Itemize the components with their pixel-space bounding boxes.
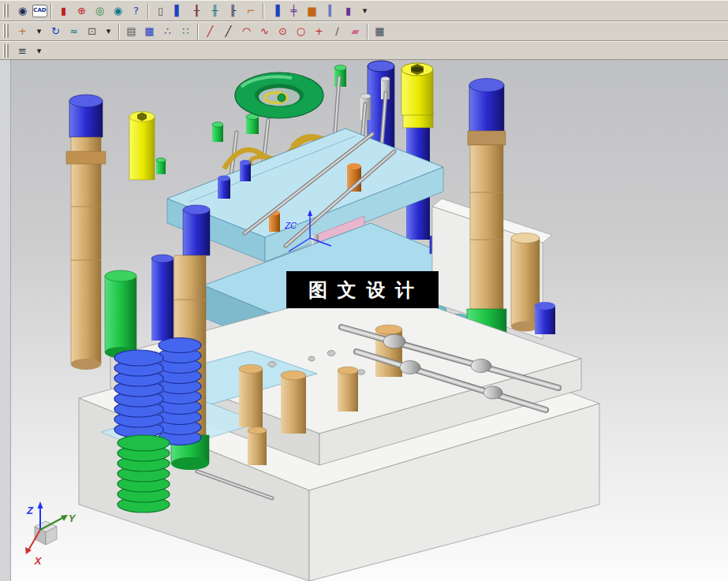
arc-icon[interactable]: ◠ — [238, 23, 255, 39]
toolbar-row-2: + ▾ ↻ ≈ ⊡ ▾ ▤ ▦ ∴ ∷ ╱ ╱ ◠ ∿ ⊙ ○ + ∕ ▰ ▦ — [0, 21, 728, 41]
cad-application-window: ◉ CAD ▮ ⊕ ◎ ◉ ? ▯ ▌ ╂ ╫ ╟ ⌐ ▐ ╪ ▆ ║ ▮ ▾ … — [0, 0, 728, 581]
coil-spring-green — [118, 435, 170, 512]
toolbar-separator — [367, 24, 368, 39]
cad-standard-icon[interactable]: CAD — [32, 5, 47, 17]
compass-icon[interactable]: ⊕ — [73, 2, 90, 19]
snap-point-dropdown[interactable]: ▾ — [32, 24, 46, 39]
bolt-tool-icon[interactable]: ╪ — [286, 2, 302, 19]
eraser-icon[interactable]: ▰ — [347, 23, 364, 39]
toolbar-drag-handle[interactable] — [3, 4, 9, 17]
toolbar-separator — [263, 3, 264, 19]
watermark: 图 文 设 计 — [286, 271, 439, 308]
locating-ring-green — [235, 73, 323, 118]
graphics-viewport[interactable]: ZC Z Y X 图 文 设 计 — [0, 60, 728, 581]
toolbar-separator — [118, 24, 120, 39]
toolbar-drag-handle[interactable] — [3, 24, 9, 38]
triad-z-label: Z — [26, 505, 34, 516]
polyline-icon[interactable]: ╱ — [220, 23, 237, 39]
layer-list-icon[interactable]: ≡ — [14, 43, 31, 59]
target-icon[interactable]: ◎ — [91, 2, 108, 19]
sphere-display-icon[interactable]: ◉ — [110, 2, 126, 19]
toolbar-separator — [50, 3, 52, 19]
coil-spring-blue-2 — [159, 338, 201, 445]
toolbar-separator — [147, 3, 149, 19]
pillar-tan-rear-right — [511, 233, 555, 335]
gauge-blue-icon[interactable]: ▐ — [267, 2, 284, 19]
toolbar-row-3: ≡ ▾ — [0, 41, 728, 60]
point-set-icon[interactable]: ∴ — [159, 23, 176, 39]
wcs-zc-label: ZC — [284, 221, 297, 230]
pillar-tool-icon[interactable]: ║ — [322, 2, 338, 19]
wave-select-icon[interactable]: ≈ — [65, 23, 82, 39]
layer-dropdown[interactable]: ▾ — [32, 43, 46, 58]
column-gauge-icon[interactable]: ▌ — [170, 2, 187, 19]
toolbar-row-1: ◉ CAD ▮ ⊕ ◎ ◉ ? ▯ ▌ ╂ ╫ ╟ ⌐ ▐ ╪ ▆ ║ ▮ ▾ — [0, 0, 728, 21]
point-set-green-icon[interactable]: ∷ — [177, 23, 194, 39]
toolbar-drag-handle[interactable] — [3, 44, 9, 58]
select-box-icon[interactable]: ⊡ — [84, 23, 100, 39]
clamp-tool-icon[interactable]: ╫ — [207, 2, 223, 19]
shoulder-bolt-yellow-right — [401, 63, 433, 240]
shaded-cube-icon[interactable]: ▦ — [141, 23, 158, 39]
select-box-dropdown[interactable]: ▾ — [102, 24, 115, 39]
stud-tool-icon[interactable]: ╟ — [225, 2, 241, 19]
analysis-gauge-icon[interactable]: ▮ — [55, 2, 72, 19]
toolbar-separator — [197, 24, 199, 39]
mold-3d-model: ZC Z Y X — [0, 60, 728, 581]
spline-icon[interactable]: ∿ — [256, 23, 273, 39]
triad-y-label: Y — [69, 512, 77, 524]
guide-pillar-right — [467, 79, 506, 349]
grid-icon[interactable]: ▦ — [371, 23, 388, 39]
guide-pillar-left — [66, 95, 106, 370]
orbit-icon[interactable]: ↻ — [47, 23, 64, 39]
capsule-tool-icon[interactable]: ▮ — [340, 2, 357, 19]
datum-plane-icon[interactable]: ▯ — [152, 2, 169, 19]
diagonal-line-icon[interactable]: ∕ — [329, 23, 345, 39]
block-tool-icon[interactable]: ▆ — [304, 2, 320, 19]
shoulder-bolt-yellow-left — [129, 112, 155, 181]
coil-spring-blue-1 — [114, 350, 163, 438]
line-icon[interactable]: ╱ — [202, 23, 218, 39]
point-icon[interactable]: + — [311, 23, 327, 39]
snap-point-icon[interactable]: + — [14, 23, 31, 39]
spring-guide-green-left — [105, 270, 136, 358]
triad-x-label: X — [34, 555, 43, 567]
bracket-tool-icon[interactable]: ⌐ — [243, 2, 259, 19]
pin-blue-left — [151, 255, 174, 341]
toolbar-overflow-arrow[interactable]: ▾ — [358, 3, 371, 18]
pin-tool-icon[interactable]: ╂ — [189, 2, 205, 19]
circle-icon[interactable]: ○ — [293, 23, 309, 39]
wireframe-cube-icon[interactable]: ▤ — [123, 23, 140, 39]
view-triad[interactable]: Z Y X — [25, 501, 77, 567]
view-wheel-icon[interactable]: ◉ — [14, 2, 31, 19]
circle-center-icon[interactable]: ⊙ — [274, 23, 291, 39]
measure-query-icon[interactable]: ? — [128, 2, 144, 19]
